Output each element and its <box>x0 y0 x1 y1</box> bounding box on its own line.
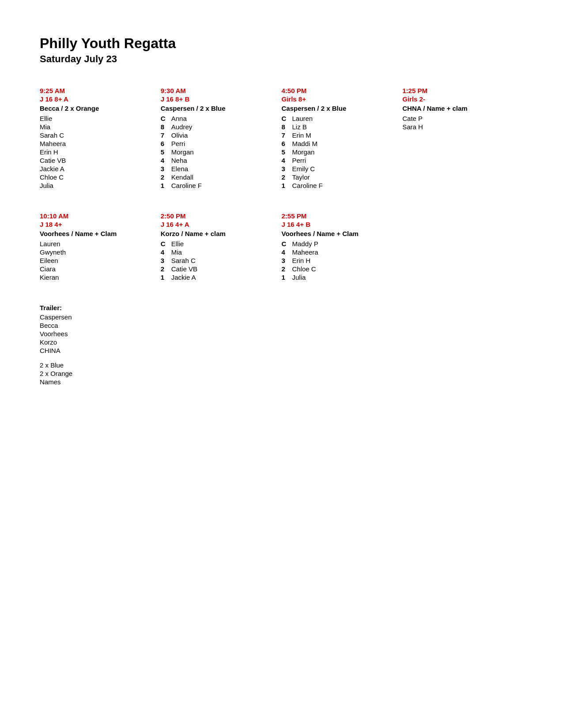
trailer-section: Trailer: CaspersenBeccaVoorheesKorzoCHIN… <box>40 304 523 386</box>
rower-row: 7Erin M <box>282 131 394 139</box>
rower-seat: 8 <box>161 123 169 131</box>
rower-name: Elena <box>171 165 188 173</box>
event-time: 1:25 PM <box>402 87 514 94</box>
rower-name: Eileen <box>40 257 58 264</box>
rower-name: Chloe C <box>292 265 316 273</box>
rower-name: Anna <box>171 115 187 122</box>
event-class: Girls 2- <box>402 95 514 103</box>
event-boat: Caspersen / 2 x Blue <box>161 105 273 112</box>
rower-row: 6Perri <box>161 140 273 147</box>
rower-name: Emily C <box>292 165 315 173</box>
rower-row: CMaddy P <box>282 240 394 248</box>
rower-name: Maheera <box>40 140 66 147</box>
rower-row: 4Mia <box>161 248 273 256</box>
rower-name: Liz B <box>292 123 307 131</box>
rower-row: 1Caroline F <box>282 182 394 189</box>
event-column: 4:50 PMGirls 8+Caspersen / 2 x BlueCLaur… <box>282 87 403 190</box>
rower-seat: 2 <box>282 173 290 181</box>
rower-seat: C <box>282 115 290 122</box>
event-column: 2:50 PMJ 16 4+ AKorzo / Name + clamCElli… <box>161 212 282 282</box>
event-boat: Caspersen / 2 x Blue <box>282 105 394 112</box>
rower-row: Cate P <box>402 115 514 122</box>
rower-name: Caroline F <box>171 182 202 189</box>
rower-row: Ellie <box>40 115 152 122</box>
trailer-item: Names <box>40 378 523 386</box>
rower-row: 4Maheera <box>282 248 394 256</box>
rower-seat: 7 <box>161 131 169 139</box>
rower-row: 2Kendall <box>161 173 273 181</box>
rower-row: Catie VB <box>40 157 152 164</box>
event-time: 2:55 PM <box>282 212 394 220</box>
event-class: J 16 4+ A <box>161 221 273 228</box>
rower-name: Julia <box>292 274 306 281</box>
event-class: J 16 4+ B <box>282 221 394 228</box>
rower-row: CEllie <box>161 240 273 248</box>
rower-seat: 2 <box>161 173 169 181</box>
event-boat: CHNA / Name + clam <box>402 105 514 112</box>
rower-name: Catie VB <box>40 157 66 164</box>
rower-name: Caroline F <box>292 182 323 189</box>
trailer-item: 2 x Orange <box>40 370 523 377</box>
rower-seat: 3 <box>161 165 169 173</box>
rower-seat: 1 <box>282 274 290 281</box>
rower-seat: 1 <box>161 182 169 189</box>
rower-row: Sarah C <box>40 131 152 139</box>
event-column <box>402 212 523 282</box>
trailer-item: 2 x Blue <box>40 361 523 369</box>
rower-row: 3Erin H <box>282 257 394 264</box>
rower-name: Audrey <box>171 123 193 131</box>
rower-row: Ciara <box>40 265 152 273</box>
trailer-item: CHINA <box>40 347 523 354</box>
rower-row: 3Emily C <box>282 165 394 173</box>
rower-seat: C <box>161 115 169 122</box>
event-time: 2:50 PM <box>161 212 273 220</box>
event-class: Girls 8+ <box>282 95 394 103</box>
rower-name: Morgan <box>171 148 194 156</box>
rower-seat: 1 <box>282 182 290 189</box>
rower-name: Chloe C <box>40 173 64 181</box>
rower-seat: 3 <box>161 257 169 264</box>
rower-name: Mia <box>171 248 182 256</box>
rower-name: Julia <box>40 182 53 189</box>
rower-name: Olivia <box>171 131 188 139</box>
rower-seat: C <box>161 240 169 248</box>
event-column: 10:10 AMJ 18 4+Voorhees / Name + ClamLau… <box>40 212 161 282</box>
event-column: 9:25 AMJ 16 8+ ABecca / 2 x OrangeEllieM… <box>40 87 161 190</box>
rower-name: Maheera <box>292 248 318 256</box>
rower-seat: 6 <box>282 140 290 147</box>
rower-row: 5Morgan <box>282 148 394 156</box>
rower-name: Taylor <box>292 173 310 181</box>
rower-row: CAnna <box>161 115 273 122</box>
event-column: 1:25 PMGirls 2-CHNA / Name + clamCate PS… <box>402 87 523 190</box>
event-time: 9:30 AM <box>161 87 273 94</box>
rower-row: Sara H <box>402 123 514 131</box>
rower-row: 3Sarah C <box>161 257 273 264</box>
row2-grid: 10:10 AMJ 18 4+Voorhees / Name + ClamLau… <box>40 212 523 282</box>
rower-seat: 4 <box>161 157 169 164</box>
rower-seat: 2 <box>282 265 290 273</box>
event-column: 2:55 PMJ 16 4+ BVoorhees / Name + ClamCM… <box>282 212 403 282</box>
rower-seat: C <box>282 240 290 248</box>
rower-name: Sara H <box>402 123 423 131</box>
trailer-group1: CaspersenBeccaVoorheesKorzoCHINA <box>40 313 523 354</box>
rower-seat: 5 <box>282 148 290 156</box>
rower-seat: 4 <box>161 248 169 256</box>
rower-row: Kieran <box>40 274 152 281</box>
rower-seat: 3 <box>282 165 290 173</box>
event-boat: Becca / 2 x Orange <box>40 105 152 112</box>
trailer-item: Caspersen <box>40 313 523 321</box>
rower-name: Lauren <box>292 115 313 122</box>
event-time: 9:25 AM <box>40 87 152 94</box>
rower-name: Ciara <box>40 265 56 273</box>
event-class: J 18 4+ <box>40 221 152 228</box>
rower-seat: 4 <box>282 157 290 164</box>
event-time: 4:50 PM <box>282 87 394 94</box>
event-column: 9:30 AMJ 16 8+ BCaspersen / 2 x BlueCAnn… <box>161 87 282 190</box>
trailer-item: Voorhees <box>40 330 523 338</box>
page-subtitle: Saturday July 23 <box>40 53 523 65</box>
rower-row: Mia <box>40 123 152 131</box>
rower-row: 4Neha <box>161 157 273 164</box>
row1-grid: 9:25 AMJ 16 8+ ABecca / 2 x OrangeEllieM… <box>40 87 523 190</box>
rower-row: 1Jackie A <box>161 274 273 281</box>
rower-row: Erin H <box>40 148 152 156</box>
